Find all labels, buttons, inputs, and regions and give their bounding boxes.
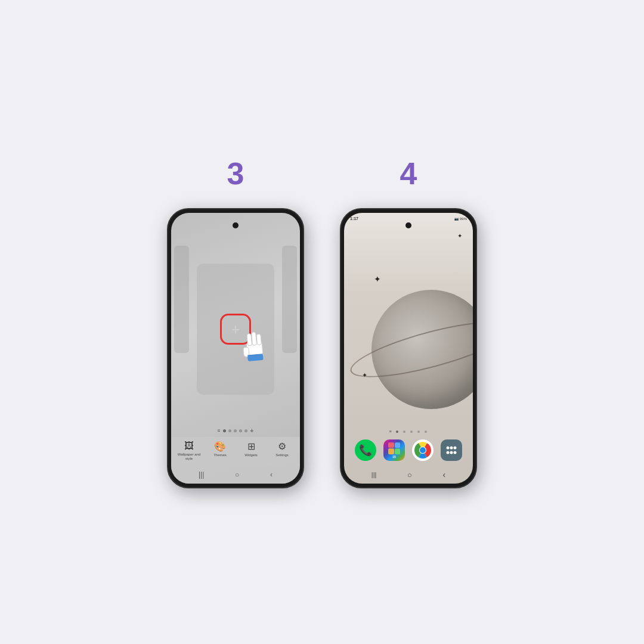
page-preview-left xyxy=(174,246,189,353)
widgets-label: Widgets xyxy=(244,453,258,457)
status-icon-signal: 📷 xyxy=(454,216,459,221)
nav-settings[interactable]: ⚙ Settings xyxy=(270,441,294,457)
status-bar: 1:17 📷 99% xyxy=(344,213,473,221)
svg-rect-2 xyxy=(247,333,252,346)
camera-notch-3 xyxy=(233,222,239,228)
cursor-hand xyxy=(239,329,269,369)
phone-3-inner: + xyxy=(171,213,300,484)
wallpaper-icon: 🖼 xyxy=(184,441,194,451)
phone-4-screen: 1:17 📷 99% ✦ ✦ ✦ xyxy=(344,213,473,484)
svg-point-11 xyxy=(450,447,453,450)
step-4: 4 1:17 📷 99% xyxy=(340,156,477,488)
phone-3-screen: + xyxy=(171,213,300,484)
home-btn[interactable]: ○ xyxy=(235,470,239,479)
status-time: 1:17 xyxy=(350,216,358,221)
sparkle-1: ✦ xyxy=(457,233,462,239)
widgets-icon: ⊞ xyxy=(247,441,255,452)
themes-icon: 🎨 xyxy=(214,441,226,452)
sparkle-2: ✦ xyxy=(374,274,381,284)
step-3: 3 xyxy=(167,156,304,488)
phone-4: 1:17 📷 99% ✦ ✦ ✦ xyxy=(340,208,477,488)
page-dots-4: ≡ xyxy=(349,427,468,436)
svg-point-14 xyxy=(450,451,453,454)
phone-4-inner: 1:17 📷 99% ✦ ✦ ✦ xyxy=(344,213,473,484)
page-indicator: ≡ + xyxy=(171,425,300,437)
nav-wallpaper[interactable]: 🖼 Wallpaper andstyle xyxy=(177,441,201,461)
saturn-scene: ✦ ✦ ✦ xyxy=(344,221,473,427)
settings-label: Settings xyxy=(275,453,289,457)
svg-point-15 xyxy=(454,451,457,454)
app-drawer-icon[interactable] xyxy=(441,439,462,461)
back-btn-4[interactable]: ‹ xyxy=(443,470,446,479)
sys-nav-3: ||| ○ ‹ xyxy=(171,467,300,484)
page-preview-right xyxy=(282,246,297,353)
step-3-number: 3 xyxy=(227,156,244,191)
svg-point-10 xyxy=(447,447,450,450)
dock-area: ≡ 📞 xyxy=(344,427,473,467)
phone-app-icon[interactable]: 📞 xyxy=(355,439,376,461)
themes-label: Themes xyxy=(213,453,227,457)
svg-point-9 xyxy=(420,447,426,453)
nav-widgets[interactable]: ⊞ Widgets xyxy=(239,441,263,457)
sys-nav-4: ||| ○ ‹ xyxy=(344,467,473,484)
status-battery: 99% xyxy=(460,217,467,221)
svg-rect-3 xyxy=(252,332,257,346)
apps-icon[interactable]: 15 xyxy=(383,439,405,461)
svg-point-13 xyxy=(447,451,450,454)
page-preview-center: + xyxy=(197,264,274,395)
back-btn[interactable]: ‹ xyxy=(270,470,273,479)
phone-3: + xyxy=(167,208,304,488)
recent-btn-4[interactable]: ||| xyxy=(371,471,377,478)
dock-icons: 📞 15 xyxy=(349,436,468,465)
phone-3-wallpaper-area: + xyxy=(171,234,300,425)
main-container: 3 xyxy=(0,0,644,644)
bottom-nav-edit: 🖼 Wallpaper andstyle 🎨 Themes ⊞ Widgets xyxy=(171,437,300,467)
settings-icon: ⚙ xyxy=(278,441,286,452)
svg-rect-4 xyxy=(256,334,262,345)
recent-btn[interactable]: ||| xyxy=(199,470,204,479)
step-4-number: 4 xyxy=(400,156,417,191)
nav-themes[interactable]: 🎨 Themes xyxy=(208,441,232,457)
status-icons: 📷 99% xyxy=(454,216,467,221)
chrome-icon[interactable] xyxy=(412,439,434,461)
svg-point-12 xyxy=(454,447,457,450)
wallpaper-label: Wallpaper andstyle xyxy=(178,453,200,461)
home-btn-4[interactable]: ○ xyxy=(407,470,412,479)
camera-notch-4 xyxy=(405,222,411,228)
